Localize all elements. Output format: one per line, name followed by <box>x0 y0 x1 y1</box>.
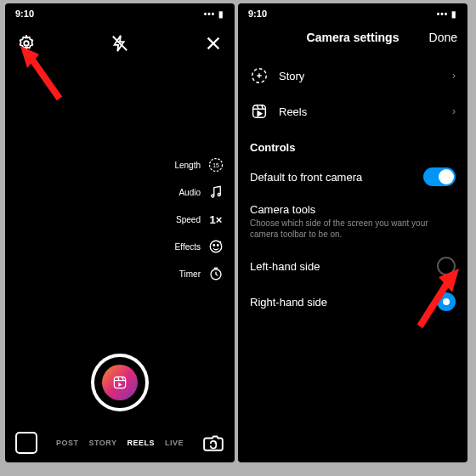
tool-audio-label: Audio <box>178 188 201 197</box>
right-side-label: Right-hand side <box>250 296 327 309</box>
mode-selector: POST STORY REELS LIVE <box>46 439 194 447</box>
chevron-right-icon: › <box>452 70 456 82</box>
speed-icon: 1× <box>207 211 224 228</box>
row-right-side[interactable]: Right-hand side <box>238 284 468 320</box>
tool-effects[interactable]: Effects <box>174 238 224 255</box>
camera-switch-icon[interactable] <box>202 432 224 454</box>
row-story[interactable]: Story › <box>238 58 468 94</box>
story-add-icon <box>250 66 269 85</box>
mode-story[interactable]: STORY <box>88 439 116 447</box>
svg-point-6 <box>212 195 214 197</box>
done-button[interactable]: Done <box>429 31 457 44</box>
status-time: 9:10 <box>248 8 267 19</box>
tool-speed-label: Speed <box>176 215 201 224</box>
camera-tools-title: Camera tools <box>238 193 468 218</box>
svg-point-9 <box>213 245 215 246</box>
row-left-side[interactable]: Left-hand side <box>238 248 468 284</box>
timer-icon <box>207 265 224 282</box>
effects-icon <box>207 238 224 255</box>
chevron-right-icon: › <box>452 105 456 117</box>
controls-heading: Controls <box>238 129 468 161</box>
row-reels[interactable]: Reels › <box>238 94 468 129</box>
close-icon[interactable] <box>204 34 223 56</box>
status-bar: 9:10 ••• ▮ <box>5 3 235 22</box>
mode-post[interactable]: POST <box>56 439 79 447</box>
camera-screen: 9:10 ••• ▮ <box>5 3 235 462</box>
radio-selected-icon <box>437 292 456 311</box>
camera-settings-screen: 9:10 ••• ▮ Camera settings Done Story › <box>238 3 468 462</box>
shutter-button[interactable] <box>91 354 149 411</box>
row-front-camera: Default to front camera <box>238 161 468 193</box>
status-bar: 9:10 ••• ▮ <box>238 3 468 22</box>
row-story-label: Story <box>279 70 442 82</box>
camera-tools-desc: Choose which side of the screen you want… <box>238 218 468 248</box>
mode-live[interactable]: LIVE <box>165 439 184 447</box>
tool-speed[interactable]: Speed 1× <box>174 211 224 228</box>
reels-icon <box>250 102 269 121</box>
left-side-label: Left-hand side <box>250 260 320 273</box>
tool-timer[interactable]: Timer <box>174 265 224 282</box>
tool-length[interactable]: Length 15 <box>174 156 224 173</box>
radio-unselected-icon <box>437 257 456 275</box>
svg-rect-12 <box>114 377 125 388</box>
audio-icon <box>207 184 224 201</box>
front-camera-label: Default to front camera <box>250 171 362 184</box>
svg-point-0 <box>24 41 29 46</box>
gallery-button[interactable] <box>15 432 37 454</box>
length-icon: 15 <box>207 156 224 173</box>
camera-tools-column: Length 15 Audio Speed 1× <box>174 156 224 282</box>
reels-icon <box>102 365 138 400</box>
row-reels-label: Reels <box>279 105 442 118</box>
status-time: 9:10 <box>15 8 34 19</box>
page-title: Camera settings <box>307 31 400 44</box>
status-right-icons: ••• ▮ <box>204 9 224 19</box>
flash-icon[interactable] <box>110 34 129 56</box>
tool-length-label: Length <box>174 161 201 170</box>
tool-effects-label: Effects <box>175 242 201 252</box>
svg-point-10 <box>218 245 219 246</box>
tool-timer-label: Timer <box>179 269 201 279</box>
mode-reels[interactable]: REELS <box>128 439 156 447</box>
settings-gear-icon[interactable] <box>17 34 36 56</box>
svg-point-7 <box>218 194 220 196</box>
front-camera-toggle[interactable] <box>423 167 456 186</box>
tool-audio[interactable]: Audio <box>174 184 224 201</box>
status-right-icons: ••• ▮ <box>437 9 457 19</box>
svg-text:15: 15 <box>212 162 219 168</box>
